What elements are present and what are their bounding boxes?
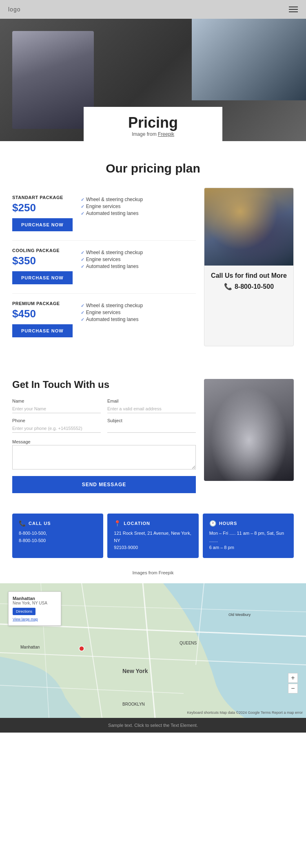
package-premium-row: PREMIUM PACKAGE $450 PURCHASE NOW ✓Wheel… [12, 301, 196, 337]
hero-section: Pricing Image from Freepik [0, 19, 306, 141]
hero-subtitle: Image from Freepik [108, 131, 198, 137]
feature-item: ✓Automated testing lanes [81, 210, 143, 216]
package-premium-price: $450 [12, 308, 73, 320]
package-standard: STANDART PACKAGE $250 PURCHASE NOW ✓Whee… [12, 188, 196, 241]
header: logo [0, 0, 306, 19]
mechanic-image [204, 188, 293, 266]
clock-icon: 🕐 [209, 520, 217, 527]
check-icon: ✓ [81, 211, 84, 216]
message-textarea[interactable] [12, 445, 196, 469]
form-group-phone: Phone [12, 418, 101, 433]
feature-item: ✓Automated testing lanes [81, 317, 143, 322]
package-premium-features: ✓Wheel & steering checkup ✓Engine servic… [81, 301, 143, 322]
subject-label: Subject [107, 418, 196, 423]
location-icon: 📍 [114, 520, 121, 527]
package-cooling-row: COOLING PACKAGE $350 PURCHASE NOW ✓Wheel… [12, 248, 196, 284]
call-us-text: Call Us for find out More [204, 266, 293, 283]
directions-button[interactable]: Directions [13, 608, 35, 615]
map-section: New York Manhattan QUEENS BROOKLYN Old W… [0, 583, 306, 718]
svg-text:QUEENS: QUEENS [180, 641, 197, 645]
check-icon: ✓ [81, 264, 84, 269]
call-us-number: 📞 8-800-10-500 [224, 283, 274, 299]
hero-carwash-img [192, 19, 306, 100]
freepik-credit: Images from Freepik [0, 566, 306, 583]
package-cooling: COOLING PACKAGE $350 PURCHASE NOW ✓Wheel… [12, 241, 196, 294]
package-premium: PREMIUM PACKAGE $450 PURCHASE NOW ✓Wheel… [12, 294, 196, 346]
svg-text:Old Westbury: Old Westbury [228, 613, 251, 617]
package-standard-price: $250 [12, 202, 73, 214]
map-zoom-controls: + − [288, 673, 298, 693]
check-icon: ✓ [81, 317, 84, 322]
contact-image [204, 379, 294, 481]
pricing-right-panel: Call Us for find out More 📞 8-800-10-500 [204, 188, 294, 346]
pricing-section: Our pricing plan STANDART PACKAGE $250 P… [0, 141, 306, 359]
purchase-standard-button[interactable]: PURCHASE NOW [12, 218, 73, 231]
package-premium-info: PREMIUM PACKAGE $450 PURCHASE NOW [12, 301, 73, 337]
check-icon: ✓ [81, 303, 84, 308]
contact-form: Get In Touch With us Name Email Phone Su… [12, 379, 196, 493]
purchase-premium-button[interactable]: PURCHASE NOW [12, 324, 73, 337]
menu-button[interactable] [289, 7, 298, 12]
purchase-cooling-button[interactable]: PURCHASE NOW [12, 271, 73, 284]
info-card-hours: 🕐 HOURS Mon – Fri ..... 11 am – 8 pm, Sa… [203, 514, 294, 558]
package-cooling-name: COOLING PACKAGE [12, 248, 73, 253]
map-overlay: Manhattan New York, NY USA Directions Vi… [8, 591, 61, 626]
check-icon: ✓ [81, 204, 84, 209]
hero-overlay: Pricing Image from Freepik [84, 107, 222, 141]
form-row-name-email: Name Email [12, 399, 196, 413]
info-card-location-content: 121 Rock Sreet, 21 Avenue, New York, NY … [114, 530, 192, 551]
pricing-title: Our pricing plan [12, 162, 294, 175]
info-cards: 📞 CALL US 8-800-10-500, 8-800-10-500 📍 L… [0, 505, 306, 566]
info-card-location: 📍 LOCATION 121 Rock Sreet, 21 Avenue, Ne… [107, 514, 198, 558]
mechanic-img-inner [204, 188, 293, 266]
name-label: Name [12, 399, 101, 403]
form-group-email: Email [107, 399, 196, 413]
package-cooling-price: $350 [12, 255, 73, 267]
name-input[interactable] [12, 405, 101, 413]
send-message-button[interactable]: SEND MESSAGE [12, 476, 196, 493]
svg-text:BROOKLYN: BROOKLYN [122, 702, 145, 706]
email-input[interactable] [107, 405, 196, 413]
package-premium-name: PREMIUM PACKAGE [12, 301, 73, 306]
message-label: Message [12, 439, 31, 444]
check-icon: ✓ [81, 257, 84, 262]
logo: logo [8, 6, 20, 13]
package-standard-info: STANDART PACKAGE $250 PURCHASE NOW [12, 195, 73, 231]
info-card-call: 📞 CALL US 8-800-10-500, 8-800-10-500 [12, 514, 103, 558]
hero-title: Pricing [108, 114, 198, 131]
contact-section: Get In Touch With us Name Email Phone Su… [0, 359, 306, 505]
feature-item: ✓Engine services [81, 257, 143, 262]
feature-item: ✓Wheel & steering checkup [81, 250, 143, 255]
pricing-packages: STANDART PACKAGE $250 PURCHASE NOW ✓Whee… [12, 188, 196, 346]
car-wash-img-inner [204, 379, 294, 481]
info-card-hours-title: 🕐 HOURS [209, 520, 287, 527]
package-cooling-info: COOLING PACKAGE $350 PURCHASE NOW [12, 248, 73, 284]
info-card-location-title: 📍 LOCATION [114, 520, 192, 527]
zoom-out-button[interactable]: − [288, 684, 298, 693]
form-group-subject: Subject [107, 418, 196, 433]
package-standard-row: STANDART PACKAGE $250 PURCHASE NOW ✓Whee… [12, 195, 196, 231]
package-standard-features: ✓Wheel & steering checkup ✓Engine servic… [81, 195, 143, 216]
freepik-link[interactable]: Freepik [158, 131, 174, 137]
hero-person-img [12, 31, 94, 129]
check-icon: ✓ [81, 310, 84, 315]
phone-input[interactable] [12, 424, 101, 433]
feature-item: ✓Engine services [81, 310, 143, 315]
package-cooling-features: ✓Wheel & steering checkup ✓Engine servic… [81, 248, 143, 269]
package-standard-name: STANDART PACKAGE [12, 195, 73, 200]
svg-point-14 [79, 646, 84, 651]
view-large-link[interactable]: View large map [13, 617, 38, 621]
footer-text: Sample text. Click to select the Text El… [108, 723, 198, 728]
info-card-hours-content: Mon – Fri ..... 11 am – 8 pm, Sat, Sun .… [209, 530, 287, 551]
map-location-title: Manhattan [13, 596, 57, 601]
phone-icon: 📞 [224, 283, 232, 290]
feature-item: ✓Wheel & steering checkup [81, 303, 143, 308]
svg-text:New York: New York [122, 668, 148, 674]
check-icon: ✓ [81, 197, 84, 202]
info-card-call-content: 8-800-10-500, 8-800-10-500 [19, 530, 97, 544]
map-location-sub: New York, NY USA [13, 601, 57, 605]
subject-input[interactable] [107, 424, 196, 433]
zoom-in-button[interactable]: + [288, 673, 298, 683]
map-attribution: Keyboard shortcuts Map data ©2024 Google… [187, 711, 303, 715]
footer: Sample text. Click to select the Text El… [0, 718, 306, 733]
